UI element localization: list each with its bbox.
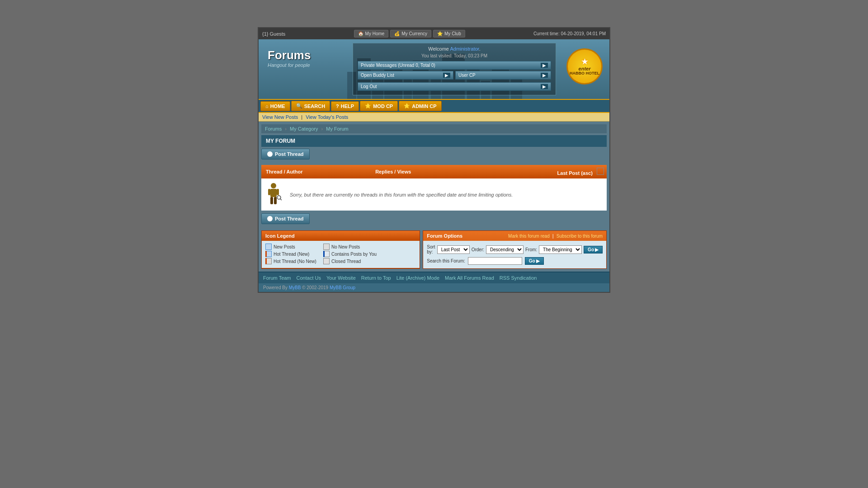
site-logo: Forums Hangout for people [259, 39, 349, 99]
svg-rect-2 [268, 189, 270, 195]
my-club-link[interactable]: ⭐ My Club [433, 30, 465, 38]
options-link-sep: | [552, 233, 555, 239]
view-new-posts-link[interactable]: View New Posts [262, 114, 298, 120]
site-tagline: Hangout for people [268, 62, 340, 68]
thread-table-header: Thread / Author Replies / Views Last Pos… [261, 165, 607, 178]
footer-powered: Powered By MyBB © 2002-2019 MyBB Group [259, 283, 609, 292]
icon-legend-body: New Posts No New Posts Hot Thread (New) [262, 241, 420, 268]
no-threads-content: Sorry, but there are currently no thread… [266, 182, 602, 207]
icon-legend-row-3: Hot Thread (No New) Closed Thread [265, 258, 416, 264]
mybb-link[interactable]: MyBB [289, 285, 301, 290]
rss-syndication-link[interactable]: RSS Syndication [500, 275, 537, 281]
top-bar: {1} Guests 🏠 My Home 💰 My Currency ⭐ My … [259, 28, 609, 39]
lite-archive-mode-link[interactable]: Lite (Archive) Mode [396, 275, 439, 281]
post-icon-top [267, 151, 273, 157]
closed-thread-label: Closed Thread [331, 259, 361, 264]
logout-arrow-icon: ▶ [541, 84, 548, 89]
svg-rect-5 [274, 197, 277, 204]
current-time: Current time: 04-20-2019, 04:01 PM [533, 31, 606, 36]
breadcrumb-my-forum[interactable]: My Forum [326, 126, 349, 131]
mark-forum-read-link[interactable]: Mark this forum read [508, 234, 550, 239]
sort-by-select[interactable]: Last Post [437, 245, 470, 254]
user-panel-row: Open Buddy List ▶ User CP ▶ [358, 71, 551, 81]
mod-cp-nav-btn[interactable]: ⭐ MOD CP [360, 101, 398, 111]
habbo-badge[interactable]: ★ enter HABBO HOTEL [566, 48, 603, 84]
mybb-group-link[interactable]: MyBB Group [330, 285, 355, 290]
habbo-hotel-text: HABBO HOTEL [570, 71, 599, 75]
view-todays-posts-link[interactable]: View Today's Posts [306, 114, 348, 120]
your-website-link[interactable]: Your Website [326, 275, 356, 281]
private-messages-btn[interactable]: Private Messages (Unread 0, Total 0) ▶ [358, 61, 551, 70]
search-nav-btn[interactable]: 🔍 SEARCH [291, 101, 330, 111]
admin-cp-icon: ⭐ [404, 103, 410, 109]
habbo-star-icon: ★ [581, 57, 588, 66]
home-nav-btn[interactable]: ⌂ HOME [260, 101, 290, 111]
legend-hot-nonew: Hot Thread (No New) [265, 258, 320, 264]
admin-cp-nav-btn[interactable]: ⭐ ADMIN CP [399, 101, 441, 111]
open-buddy-list-btn[interactable]: Open Buddy List ▶ [358, 71, 453, 80]
return-to-top-link[interactable]: Return to Top [361, 275, 391, 281]
guests-count: {1} Guests [262, 31, 285, 37]
breadcrumb-forums[interactable]: Forums [265, 126, 282, 131]
my-home-link[interactable]: 🏠 My Home [354, 30, 389, 38]
home-nav-icon: ⌂ [265, 103, 269, 109]
search-go-btn[interactable]: Go ▶ [525, 257, 544, 265]
svg-rect-1 [270, 189, 277, 197]
svg-point-6 [277, 196, 281, 199]
closed-thread-icon [323, 258, 330, 264]
bottom-options: Icon Legend New Posts No New Posts [261, 230, 607, 269]
username-link[interactable]: Administrator [450, 46, 479, 52]
search-input[interactable] [468, 257, 522, 265]
svg-point-0 [271, 183, 276, 188]
last-visit: You last visited: Today, 03:23 PM [358, 53, 551, 58]
post-icon-bottom [267, 216, 273, 221]
forum-options-body: Sort by: Last Post Order: Descending Fro… [423, 241, 606, 268]
breadcrumb-sep1: › [285, 126, 287, 131]
post-thread-top-wrapper: Post Thread [261, 149, 607, 162]
col-last-post: Last Post (asc) [478, 165, 607, 178]
mark-all-forums-read-link[interactable]: Mark All Forums Read [445, 275, 494, 281]
search-nav-icon: 🔍 [296, 103, 302, 109]
welcome-message: Welcome Administrator. [358, 46, 551, 52]
hot-thread-nonew-label: Hot Thread (No New) [274, 259, 316, 264]
no-threads-row: Sorry, but there are currently no thread… [261, 178, 607, 211]
go-arrow-icon: ▶ [595, 247, 599, 252]
order-select[interactable]: Descending [486, 245, 524, 254]
legend-no-new-posts: No New Posts [323, 244, 377, 250]
from-label: From: [525, 247, 537, 252]
my-currency-link[interactable]: 💰 My Currency [390, 30, 431, 38]
no-new-posts-label: No New Posts [331, 244, 360, 249]
footer-links: Forum Team Contact Us Your Website Retur… [259, 272, 609, 283]
hot-thread-new-label: Hot Thread (New) [274, 252, 309, 257]
hot-thread-nonew-icon [265, 258, 272, 264]
pm-arrow-icon: ▶ [541, 63, 548, 68]
help-nav-btn[interactable]: ? HELP [331, 101, 359, 111]
icon-legend-row-2: Hot Thread (New) Contains Posts by You [265, 251, 416, 257]
post-thread-bottom-btn[interactable]: Post Thread [261, 213, 310, 224]
col-thread-author: Thread / Author [261, 165, 371, 178]
sort-by-label: Sort by: [427, 244, 435, 254]
buddy-arrow-icon: ▶ [443, 73, 450, 78]
svg-rect-3 [277, 189, 279, 195]
sort-go-btn[interactable]: Go ▶ [584, 246, 603, 253]
icon-legend-title: Icon Legend [262, 231, 420, 241]
user-cp-btn[interactable]: User CP ▶ [455, 71, 551, 80]
thread-table-body: Sorry, but there are currently no thread… [261, 178, 607, 211]
forum-options-title: Forum Options [427, 233, 462, 239]
subscribe-forum-link[interactable]: Subscribe to this forum [557, 234, 603, 239]
log-out-btn[interactable]: Log Out ▶ [358, 82, 551, 91]
icon-legend: Icon Legend New Posts No New Posts [261, 230, 420, 269]
breadcrumb-my-category[interactable]: My Category [290, 126, 318, 131]
character-illustration [266, 182, 282, 207]
forum-team-link[interactable]: Forum Team [263, 275, 291, 281]
select-all-checkbox[interactable] [597, 168, 604, 175]
content-area: Forums › My Category › My Forum MY FORUM… [259, 122, 609, 272]
breadcrumb: Forums › My Category › My Forum [261, 124, 607, 133]
legend-closed: Closed Thread [323, 258, 377, 264]
legend-new-posts: New Posts [265, 244, 320, 250]
post-thread-top-btn[interactable]: Post Thread [261, 149, 310, 160]
usercp-arrow-icon: ▶ [541, 73, 548, 78]
order-label: Order: [472, 247, 484, 252]
contact-us-link[interactable]: Contact Us [297, 275, 321, 281]
from-select[interactable]: The Beginning [539, 245, 582, 254]
